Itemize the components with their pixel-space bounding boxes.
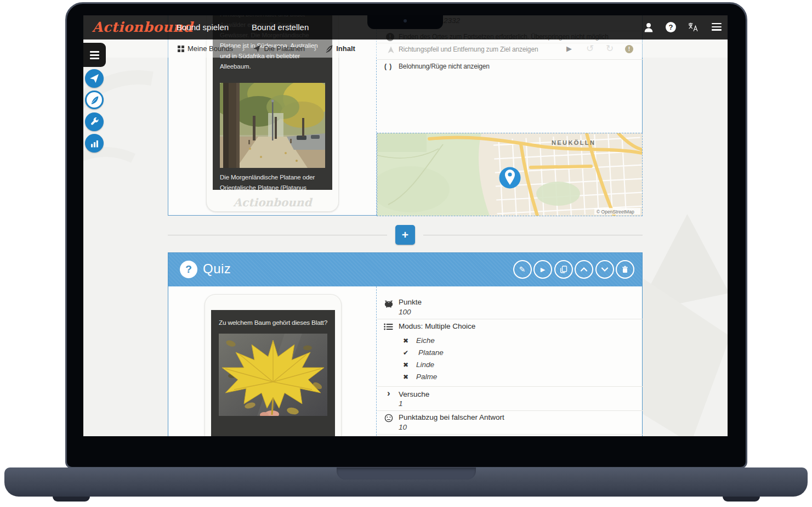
preview-paragraph: Die Morgenländische Platane oder Orienta… xyxy=(220,172,325,190)
breadcrumb: Meine Bounds › Die Platanen › Inhalt xyxy=(83,40,728,58)
feather-icon xyxy=(325,45,333,53)
option-reward[interactable]: Belohnung/Rüge nicht anzeigen xyxy=(399,63,490,70)
mode-label[interactable]: Modus: Multiple Choice xyxy=(399,322,475,330)
penalty-value: 10 xyxy=(399,423,407,431)
attempts-label[interactable]: Versuche xyxy=(399,390,429,398)
laptop-foot xyxy=(723,497,760,502)
phone-preview: Zu welchem Baum gehört dieses Blatt? xyxy=(205,294,342,436)
breadcrumb-item-bounds[interactable]: Meine Bounds xyxy=(178,44,233,53)
divider xyxy=(377,386,643,387)
penalty-label[interactable]: Punktabzug bei falscher Antwort xyxy=(399,413,504,421)
choice-label[interactable]: Eiche xyxy=(416,336,435,345)
quiz-title: Quiz xyxy=(203,261,231,277)
copy-button[interactable] xyxy=(554,260,573,279)
map-district-label: NEUKÖLLN xyxy=(552,139,595,146)
add-element-row: + xyxy=(168,225,643,246)
user-icon[interactable] xyxy=(644,22,654,32)
map-attribution[interactable]: © OpenStreetMap xyxy=(597,209,634,215)
paper-plane-icon xyxy=(253,45,260,52)
move-up-button[interactable] xyxy=(575,260,593,279)
choice-label[interactable]: Platane xyxy=(418,348,444,357)
edit-button[interactable]: ✎ xyxy=(513,260,532,279)
divider xyxy=(377,59,643,60)
breadcrumb-separator: › xyxy=(242,44,245,54)
delete-button[interactable] xyxy=(616,260,634,279)
actionbound-watermark: Actionbound xyxy=(206,196,339,209)
quiz-question-icon: ? xyxy=(180,261,197,278)
map[interactable]: NEUKÖLLN © OpenStreetMap xyxy=(377,133,643,216)
laptop-base-notch xyxy=(337,467,476,480)
divider-line xyxy=(168,235,387,235)
chevron-right-icon: › xyxy=(387,388,390,399)
divider xyxy=(377,434,643,435)
play-button[interactable]: ▶ xyxy=(533,260,552,279)
feather-icon xyxy=(90,96,99,104)
points-value: 100 xyxy=(399,308,411,316)
wrong-mark-icon: ✖ xyxy=(403,373,408,381)
breadcrumb-separator: › xyxy=(314,44,316,54)
sidebar-item-content[interactable] xyxy=(85,91,104,109)
move-down-button[interactable] xyxy=(595,260,614,279)
phone-preview-screen: Zu welchem Baum gehört dieses Blatt? xyxy=(211,310,335,436)
attempts-value: 1 xyxy=(399,399,403,408)
menu-icon[interactable] xyxy=(712,23,722,32)
camera-notch xyxy=(367,15,443,29)
points-label[interactable]: Punkte xyxy=(399,298,422,306)
bar-chart-icon xyxy=(90,139,99,148)
trash-icon xyxy=(621,266,629,273)
street-photo xyxy=(220,83,325,168)
map-pin-icon[interactable] xyxy=(499,167,521,189)
quiz-actions: ✎ ▶ xyxy=(513,260,635,279)
sidebar-item-stats[interactable] xyxy=(85,134,104,153)
breadcrumb-label: Meine Bounds xyxy=(188,44,233,53)
map-canvas: NEUKÖLLN © OpenStreetMap xyxy=(377,133,642,216)
card-divider xyxy=(376,286,377,436)
divider xyxy=(377,319,643,319)
laptop-base xyxy=(4,467,808,497)
correct-mark-icon: ✔ xyxy=(403,349,408,357)
nav-item-bound-spielen[interactable]: Bound spielen xyxy=(177,22,229,32)
add-element-button[interactable]: + xyxy=(395,225,415,245)
quiz-header: ? Quiz ✎ ▶ xyxy=(168,253,642,286)
wrong-mark-icon: ✖ xyxy=(403,361,408,369)
chevron-up-icon xyxy=(580,266,588,273)
laptop-screen: Himalaja beheimatet und bildet Auwälder … xyxy=(83,15,728,436)
parentheses-icon: ( ) xyxy=(384,63,392,70)
sidebar-item-play[interactable] xyxy=(85,69,104,88)
list-icon xyxy=(384,323,393,330)
divider-line xyxy=(423,235,643,235)
nav-item-bound-erstellen[interactable]: Bound erstellen xyxy=(252,22,309,32)
sidebar-menu-button[interactable] xyxy=(83,43,106,67)
paper-plane-icon xyxy=(90,74,99,83)
grid-icon xyxy=(178,46,184,52)
breadcrumb-item-bound[interactable]: Die Platanen xyxy=(253,44,304,53)
quiz-question-text: Zu welchem Baum gehört dieses Blatt? xyxy=(219,318,327,328)
points-pig-icon xyxy=(384,299,393,308)
choice-label[interactable]: Linde xyxy=(416,360,434,369)
quiz-element-card: ? Quiz ✎ ▶ xyxy=(168,252,643,436)
translate-icon[interactable] xyxy=(688,22,699,32)
divider xyxy=(377,410,643,411)
camera-dot xyxy=(404,19,407,22)
wrong-mark-icon: ✖ xyxy=(403,337,408,345)
breadcrumb-item-content[interactable]: Inhalt xyxy=(325,44,355,53)
help-icon[interactable]: ? xyxy=(666,22,676,32)
neutral-face-icon xyxy=(384,414,393,422)
wrench-icon xyxy=(90,117,99,126)
leaf-photo xyxy=(219,334,327,416)
sidebar-item-settings[interactable] xyxy=(85,112,104,131)
breadcrumb-label: Die Platanen xyxy=(264,44,304,53)
breadcrumb-label: Inhalt xyxy=(336,44,355,53)
stage: Himalaja beheimatet und bildet Auwälder … xyxy=(0,0,812,507)
chevron-down-icon xyxy=(601,266,609,273)
copy-icon xyxy=(560,266,567,273)
laptop-foot xyxy=(53,497,90,502)
choice-label[interactable]: Palme xyxy=(416,373,437,381)
